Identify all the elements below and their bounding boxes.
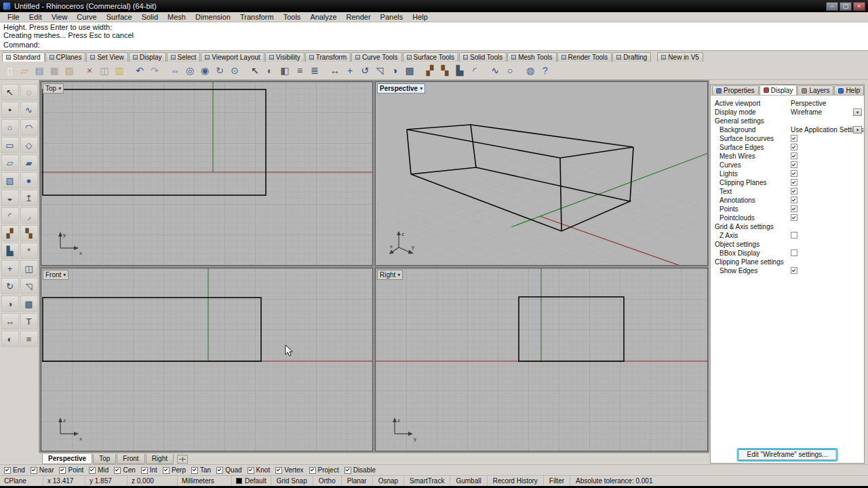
dropdown-arrow-icon[interactable] xyxy=(853,108,862,116)
toolbar-tab[interactable]: Viewport Layout xyxy=(201,52,264,62)
osnap-checkbox[interactable] xyxy=(309,467,316,474)
sphere-tool-button[interactable]: ● xyxy=(20,172,38,188)
edit-wireframe-settings-button[interactable]: Edit "Wireframe" settings... xyxy=(738,449,837,460)
split-button[interactable]: ▚ xyxy=(437,63,452,78)
open-file-button[interactable]: ▱ xyxy=(17,63,32,78)
osnap-checkbox[interactable] xyxy=(31,467,37,474)
annotate-button[interactable]: ▨ xyxy=(62,63,77,78)
viewport-title-perspective[interactable]: Perspective xyxy=(377,83,425,94)
select-brush-tool-button[interactable]: ◌ xyxy=(20,84,38,100)
rotate-tool-button[interactable]: ↻ xyxy=(1,278,19,294)
extrude-tool-button[interactable]: ↥ xyxy=(20,190,38,206)
panel-tab[interactable]: Display xyxy=(760,85,797,95)
status-toggle[interactable]: SmartTrack xyxy=(404,476,450,486)
osnap-item[interactable]: End xyxy=(4,466,25,474)
osnap-item[interactable]: Cen xyxy=(114,466,135,474)
osnap-item[interactable]: Quad xyxy=(216,466,241,474)
maximize-button[interactable]: ▢ xyxy=(840,2,852,11)
viewport-menu-icon[interactable] xyxy=(397,270,400,279)
display-setting-checkbox[interactable] xyxy=(791,205,797,212)
viewport-layout-icon[interactable] xyxy=(177,455,188,464)
osnap-checkbox[interactable] xyxy=(216,467,223,474)
viewport-title-top[interactable]: Top xyxy=(43,83,64,94)
move-tool-button[interactable]: + xyxy=(1,260,19,277)
array-button[interactable]: ▩ xyxy=(402,63,417,78)
point-tool-button[interactable]: • xyxy=(1,102,19,118)
viewport-tab[interactable]: Perspective xyxy=(42,454,92,464)
menu-item[interactable]: Panels xyxy=(376,12,408,22)
minimize-button[interactable]: – xyxy=(826,2,838,11)
osnap-item[interactable]: Mid xyxy=(89,466,108,474)
menu-item[interactable]: Render xyxy=(342,12,376,22)
mirror-tool-button[interactable]: ◑ xyxy=(1,296,19,312)
menu-item[interactable]: Analyze xyxy=(305,12,341,22)
copy-button[interactable]: ◫ xyxy=(97,63,112,78)
menu-item[interactable]: Transform xyxy=(235,12,279,22)
panel-tab[interactable]: Layers xyxy=(797,85,833,95)
arc-tool-button[interactable]: ◠ xyxy=(20,119,38,136)
toolbar-tab[interactable]: CPlanes xyxy=(45,52,86,62)
osnap-checkbox[interactable] xyxy=(141,467,148,474)
menu-item[interactable]: Surface xyxy=(102,12,137,22)
cut-button[interactable]: × xyxy=(82,63,97,78)
menu-item[interactable]: Tools xyxy=(279,12,306,22)
circle-tool-button[interactable]: ○ xyxy=(1,119,19,136)
curve-tool-button[interactable]: ∿ xyxy=(20,102,38,118)
box-tool-button[interactable]: ▧ xyxy=(1,172,19,188)
display-setting-value[interactable]: Perspective xyxy=(791,99,826,108)
menu-item[interactable]: Edit xyxy=(24,12,47,22)
curve-button[interactable]: ∿ xyxy=(488,63,502,78)
display-setting-checkbox[interactable] xyxy=(791,170,797,177)
move-button[interactable]: + xyxy=(342,63,357,78)
display-setting-checkbox[interactable] xyxy=(791,188,797,195)
display-setting-checkbox[interactable] xyxy=(791,197,797,203)
mirror-button[interactable]: ◑ xyxy=(387,63,402,78)
explode-tool-button[interactable]: * xyxy=(20,243,38,259)
undo-button[interactable]: ↶ xyxy=(132,63,147,78)
viewport-tab[interactable]: Top xyxy=(93,454,116,464)
save-file-button[interactable]: ▤ xyxy=(32,63,47,78)
toolbar-tab[interactable]: Set View xyxy=(86,52,127,62)
trim-tool-button[interactable]: ▞ xyxy=(1,225,19,241)
toolbar-tab[interactable]: Select xyxy=(167,52,201,62)
osnap-checkbox[interactable] xyxy=(248,467,254,474)
dropdown-arrow-icon[interactable] xyxy=(853,126,862,134)
status-toggle[interactable]: Osnap xyxy=(373,476,404,486)
copy-tool-button[interactable]: ◫ xyxy=(20,260,38,277)
surface-tool-button[interactable]: ▱ xyxy=(1,155,19,171)
osnap-checkbox[interactable] xyxy=(89,467,96,474)
display-setting-checkbox[interactable] xyxy=(791,135,797,142)
osnap-checkbox[interactable] xyxy=(344,467,351,474)
menu-item[interactable]: Curve xyxy=(72,12,101,22)
status-cell[interactable]: Default xyxy=(232,476,271,487)
status-cell[interactable]: Millimeters xyxy=(178,476,232,487)
sweep-tool-button[interactable]: ▰ xyxy=(20,155,38,171)
rotate-button[interactable]: ↺ xyxy=(357,63,372,78)
rectangle-tool-button[interactable]: ▭ xyxy=(1,137,19,153)
layer-tool-button[interactable]: ≡ xyxy=(20,331,38,347)
status-cell[interactable]: CPlane xyxy=(0,476,43,487)
display-setting-checkbox[interactable] xyxy=(791,249,797,256)
distance-button[interactable]: ↔ xyxy=(328,63,342,78)
osnap-item[interactable]: Project xyxy=(309,466,339,474)
status-toggle[interactable]: Record History xyxy=(488,476,544,486)
viewport-front[interactable]: Front z x xyxy=(41,268,373,451)
viewport-menu-icon[interactable] xyxy=(420,84,422,93)
viewport-perspective[interactable]: Perspective z y x xyxy=(375,81,708,266)
osnap-checkbox[interactable] xyxy=(4,467,11,474)
lock-button[interactable]: ◧ xyxy=(277,63,292,78)
toolbar-tab[interactable]: Render Tools xyxy=(557,52,612,62)
viewport-title-right[interactable]: Right xyxy=(377,270,403,280)
join-tool-button[interactable]: ▙ xyxy=(1,243,19,259)
join-button[interactable]: ▙ xyxy=(452,63,467,78)
osnap-item[interactable]: Point xyxy=(59,466,83,474)
menu-item[interactable]: Help xyxy=(408,12,433,22)
toolbar-tab[interactable]: Drafting xyxy=(612,52,651,62)
viewport-tab[interactable]: Right xyxy=(146,454,174,464)
hide-button[interactable]: ◐ xyxy=(262,63,277,78)
status-cell[interactable]: y 1.857 xyxy=(85,476,127,487)
polygon-tool-button[interactable]: ◇ xyxy=(20,137,38,153)
viewport-top[interactable]: Top y x xyxy=(41,81,373,266)
chamfer-tool-button[interactable]: ◞ xyxy=(20,207,38,224)
text-tool-button[interactable]: T xyxy=(20,313,38,329)
